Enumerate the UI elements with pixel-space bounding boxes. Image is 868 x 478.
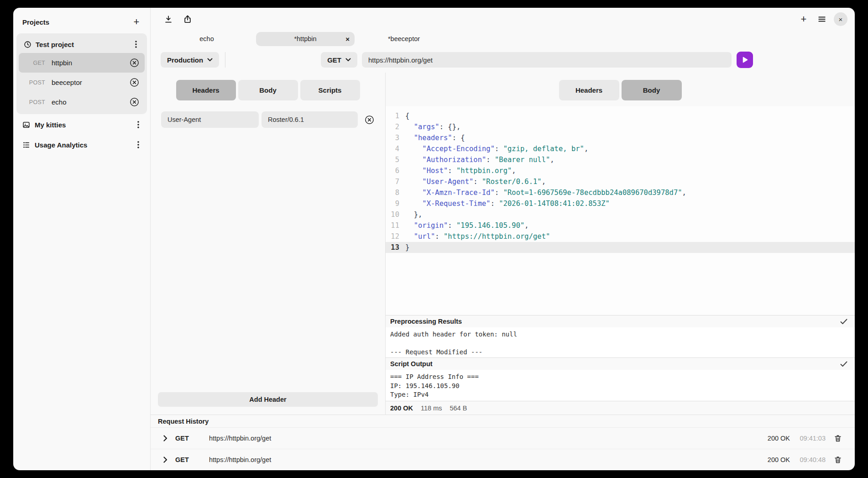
line-number: 6 <box>386 165 399 176</box>
history-url: https://httpbin.org/get <box>209 456 271 463</box>
history-rows: GET https://httpbin.org/get 200 OK 09:41… <box>151 427 855 470</box>
toolbar-right: + × <box>797 12 847 26</box>
history-method: GET <box>175 456 195 463</box>
trash-icon[interactable] <box>832 432 844 444</box>
request-panel-tab[interactable]: Scripts <box>300 80 360 100</box>
add-header-button[interactable]: Add Header <box>158 392 378 407</box>
line-content: "args": {}, <box>399 121 460 132</box>
history-url: https://httpbin.org/get <box>209 435 271 442</box>
request-tab[interactable]: *httpbin × <box>256 32 355 46</box>
request-name-label: beeceptor <box>52 79 82 86</box>
request-name-label: httpbin <box>52 59 72 67</box>
project-kebab-menu-icon[interactable] <box>130 38 142 50</box>
environment-selector[interactable]: Production <box>161 52 219 68</box>
project-group-header[interactable]: Test project <box>19 36 145 53</box>
line-number: 2 <box>386 121 399 132</box>
line-number: 7 <box>386 176 399 187</box>
line-number: 13 <box>386 242 399 253</box>
code-line: 5 "Authorization": "Bearer null", <box>386 154 855 165</box>
code-line: 3 "headers": { <box>386 132 855 143</box>
share-icon[interactable] <box>182 13 193 25</box>
tab-label: echo <box>199 35 214 42</box>
hamburger-menu-icon[interactable] <box>816 13 828 25</box>
history-status: 200 OK <box>768 435 790 442</box>
line-number: 10 <box>386 209 399 220</box>
section-title: Script Output <box>390 360 433 368</box>
response-panel-tab[interactable]: Headers <box>559 80 619 100</box>
request-panel-tabs: HeadersBodyScripts <box>151 80 385 100</box>
request-list: GET httpbin POST beeceptor POST echo <box>19 53 145 112</box>
send-button[interactable] <box>737 52 753 68</box>
line-content: "url": "https://httpbin.org/get" <box>399 231 550 242</box>
new-tab-plus-icon[interactable]: + <box>797 13 810 26</box>
response-code[interactable]: 1{2 "args": {},3 "headers": {4 "Accept-E… <box>386 106 855 315</box>
kebab-menu-icon[interactable] <box>132 119 144 131</box>
header-key-input[interactable] <box>161 111 259 128</box>
chevron-right-icon[interactable] <box>162 435 168 441</box>
chevron-down-icon <box>207 58 213 62</box>
code-line: 9 "X-Request-Time": "2026-01-14T08:41:02… <box>386 198 855 209</box>
sidebar-title: Projects <box>22 18 49 26</box>
line-number: 8 <box>386 187 399 198</box>
sidebar-item-my-kitties[interactable]: My kitties <box>16 115 147 134</box>
preprocessing-header: Preprocessing Results <box>386 315 855 327</box>
line-number: 5 <box>386 154 399 165</box>
project-name: Test project <box>36 41 74 48</box>
response-panel-tab[interactable]: Body <box>622 80 682 100</box>
tab-label: *httpbin <box>294 35 316 42</box>
sidebar-request-item[interactable]: POST beeceptor <box>19 73 145 92</box>
kebab-menu-icon[interactable] <box>132 139 144 151</box>
code-line: 12 "url": "https://httpbin.org/get" <box>386 231 855 242</box>
response-panel-tabs: HeadersBody <box>386 80 855 100</box>
code-line: 13} <box>386 242 855 253</box>
url-input[interactable] <box>362 52 732 68</box>
request-bar: Production GET <box>151 47 855 73</box>
close-request-icon[interactable] <box>128 57 140 69</box>
sidebar-request-item[interactable]: GET httpbin <box>19 53 145 73</box>
request-name-label: echo <box>52 98 67 106</box>
request-tab[interactable]: *beeceptor × <box>355 32 453 46</box>
line-number: 4 <box>386 143 399 154</box>
history-time: 09:41:03 <box>796 435 826 442</box>
line-content: "Authorization": "Bearer null", <box>399 154 554 165</box>
history-row[interactable]: GET https://httpbin.org/get 200 OK 09:41… <box>151 427 855 449</box>
sidebar-item-label: My kitties <box>35 121 66 129</box>
download-icon[interactable] <box>162 13 174 25</box>
request-tab[interactable]: echo × <box>157 32 256 46</box>
code-line: 6 "Host": "httpbin.org", <box>386 165 855 176</box>
sidebar-header: Projects + <box>16 12 147 32</box>
sidebar-request-item[interactable]: POST echo <box>19 92 145 112</box>
sidebar-item-usage-analytics[interactable]: Usage Analytics <box>16 135 147 154</box>
code-line: 2 "args": {}, <box>386 121 855 132</box>
request-panel-tab[interactable]: Headers <box>176 80 236 100</box>
toolbar: + × <box>151 8 855 31</box>
headers-list <box>161 111 374 128</box>
line-content: "X-Amzn-Trace-Id": "Root=1-6967569e-78ec… <box>399 187 686 198</box>
method-selector[interactable]: GET <box>321 52 357 68</box>
sidebar: Projects + Test project GET httpbin <box>13 8 151 470</box>
trash-icon[interactable] <box>832 454 844 466</box>
tab-strip: echo × *httpbin × *beeceptor × <box>151 31 855 47</box>
close-request-icon[interactable] <box>128 96 140 108</box>
spacer <box>151 128 385 392</box>
header-row <box>161 111 374 128</box>
close-request-icon[interactable] <box>128 77 140 89</box>
header-value-input[interactable] <box>261 111 358 128</box>
environment-label: Production <box>167 56 203 64</box>
line-content: { <box>399 110 409 121</box>
add-project-button[interactable]: + <box>130 16 143 28</box>
play-icon <box>742 57 748 63</box>
window-close-icon[interactable]: × <box>834 12 847 26</box>
request-panel-tab[interactable]: Body <box>238 80 298 100</box>
line-number: 1 <box>386 110 399 121</box>
remove-header-icon[interactable] <box>364 114 374 126</box>
list-icon <box>22 141 30 149</box>
divider <box>225 52 225 68</box>
history-row[interactable]: GET https://httpbin.org/get 200 OK 09:40… <box>151 449 855 470</box>
chevron-right-icon[interactable] <box>162 457 168 463</box>
preprocessing-output: Added auth header for token: null --- Re… <box>386 327 855 357</box>
method-label: GET <box>327 56 341 64</box>
tab-close-icon[interactable]: × <box>345 32 350 46</box>
code-line: 10 }, <box>386 209 855 220</box>
clock-icon <box>23 38 31 50</box>
